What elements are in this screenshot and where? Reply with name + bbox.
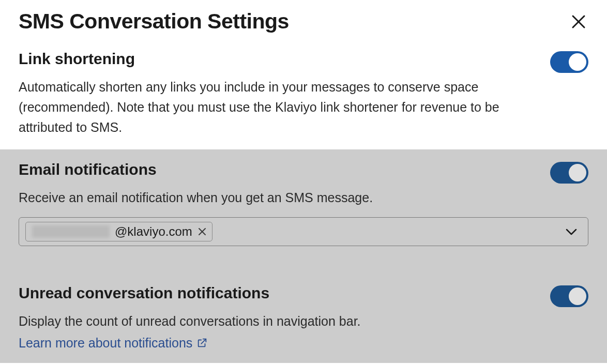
email-notifications-description: Receive an email notification when you g… — [19, 188, 540, 208]
email-recipient-select[interactable]: @klaviyo.com — [19, 217, 588, 246]
section-link-shortening: Link shortening Automatically shorten an… — [0, 39, 607, 149]
email-redacted — [32, 225, 110, 238]
toggle-knob — [569, 53, 586, 71]
modal-header: SMS Conversation Settings — [0, 0, 607, 39]
section-email-notifications: Email notifications Receive an email not… — [0, 149, 607, 259]
unread-notifications-toggle[interactable] — [550, 285, 588, 307]
sms-settings-modal: SMS Conversation Settings Link shortenin… — [0, 0, 607, 364]
email-notifications-toggle[interactable] — [550, 162, 588, 184]
link-shortening-title: Link shortening — [19, 50, 540, 68]
dropdown-chevron[interactable] — [564, 224, 579, 239]
modal-title: SMS Conversation Settings — [19, 9, 289, 34]
link-shortening-description: Automatically shorten any links you incl… — [19, 77, 540, 137]
email-chip-remove[interactable] — [198, 227, 207, 236]
unread-notifications-title: Unread conversation notifications — [19, 284, 540, 302]
section-unread-notifications: Unread conversation notifications Displa… — [0, 259, 607, 363]
toggle-knob — [569, 287, 586, 305]
link-shortening-toggle[interactable] — [550, 51, 588, 73]
email-notifications-title: Email notifications — [19, 161, 540, 178]
close-icon — [571, 14, 586, 29]
close-button[interactable] — [569, 12, 588, 32]
external-link-icon — [196, 337, 208, 348]
toggle-knob — [569, 164, 586, 181]
chevron-down-icon — [564, 224, 579, 239]
email-chip-domain: @klaviyo.com — [115, 224, 192, 239]
close-icon — [198, 227, 207, 236]
email-chip: @klaviyo.com — [25, 222, 213, 241]
learn-more-link-text: Learn more about notifications — [19, 336, 192, 351]
unread-notifications-description: Display the count of unread conversation… — [19, 311, 540, 331]
learn-more-link[interactable]: Learn more about notifications — [19, 336, 208, 351]
